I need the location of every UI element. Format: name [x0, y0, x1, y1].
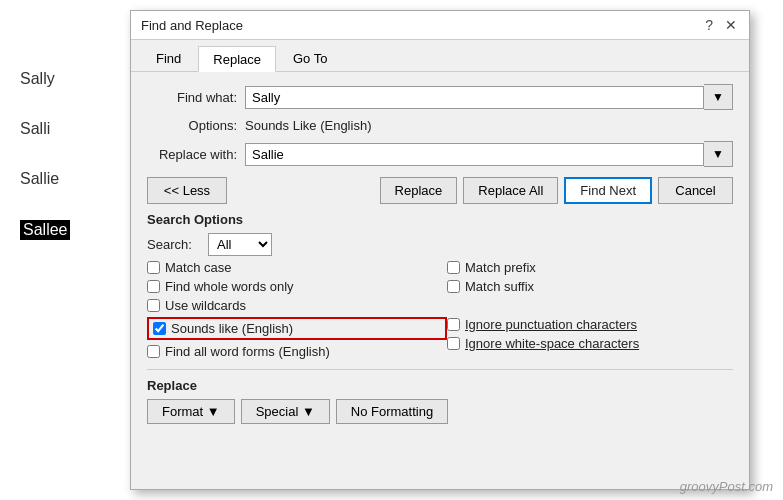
find-input-wrap: ▼ [245, 84, 733, 110]
search-options-label: Search Options [147, 212, 733, 227]
find-dropdown-button[interactable]: ▼ [704, 84, 733, 110]
doc-word-sallie: Sallie [20, 170, 59, 188]
dialog-titlebar: Find and Replace ? ✕ [131, 11, 749, 40]
replace-all-button[interactable]: Replace All [463, 177, 558, 204]
checkbox-match-case: Match case [147, 260, 447, 275]
checkbox-col-left: Match case Find whole words only Use wil… [147, 260, 447, 359]
wildcards-label: Use wildcards [165, 298, 246, 313]
checkbox-match-suffix: Match suffix [447, 279, 733, 294]
checkboxes-area: Match case Find whole words only Use wil… [147, 260, 733, 359]
match-prefix-checkbox[interactable] [447, 261, 460, 274]
search-select[interactable]: All Up Down [208, 233, 272, 256]
replace-dropdown-button[interactable]: ▼ [704, 141, 733, 167]
checkbox-whole-words: Find whole words only [147, 279, 447, 294]
sounds-like-label: Sounds like (English) [171, 321, 293, 336]
search-options-section: Search Options Search: All Up Down Match… [147, 212, 733, 359]
dialog-tabs: Find Replace Go To [131, 40, 749, 72]
search-select-row: Search: All Up Down [147, 233, 733, 256]
options-label: Options: [147, 118, 237, 133]
sounds-like-checkbox[interactable] [153, 322, 166, 335]
match-prefix-label: Match prefix [465, 260, 536, 275]
replace-with-row: Replace with: ▼ [147, 141, 733, 167]
replace-section-label: Replace [147, 378, 733, 393]
tab-goto[interactable]: Go To [278, 46, 342, 71]
close-button[interactable]: ✕ [723, 17, 739, 33]
doc-word-sallee: Sallee [20, 220, 70, 240]
cancel-button[interactable]: Cancel [658, 177, 733, 204]
doc-word-sally: Sally [20, 70, 55, 88]
checkbox-col-right: Match prefix Match suffix placeholder Ig… [447, 260, 733, 359]
no-formatting-button[interactable]: No Formatting [336, 399, 448, 424]
replace-input-wrap: ▼ [245, 141, 733, 167]
checkbox-ignore-punctuation: Ignore punctuation characters [447, 317, 733, 332]
find-replace-dialog: Find and Replace ? ✕ Find Replace Go To … [130, 10, 750, 490]
ignore-punctuation-label: Ignore punctuation characters [465, 317, 637, 332]
dialog-body: Find what: ▼ Options: Sounds Like (Engli… [131, 72, 749, 436]
replace-input[interactable] [245, 143, 704, 166]
find-what-label: Find what: [147, 90, 237, 105]
help-button[interactable]: ? [703, 17, 715, 33]
find-what-row: Find what: ▼ [147, 84, 733, 110]
match-case-label: Match case [165, 260, 231, 275]
replace-format-buttons: Format ▼ Special ▼ No Formatting [147, 399, 733, 424]
find-input[interactable] [245, 86, 704, 109]
ignore-punctuation-checkbox[interactable] [447, 318, 460, 331]
dialog-titlebar-controls: ? ✕ [703, 17, 739, 33]
tab-replace[interactable]: Replace [198, 46, 276, 72]
checkbox-match-prefix: Match prefix [447, 260, 733, 275]
ignore-whitespace-label: Ignore white-space characters [465, 336, 639, 351]
action-buttons-row: << Less Replace Replace All Find Next Ca… [147, 177, 733, 204]
whole-words-label: Find whole words only [165, 279, 294, 294]
dialog-title: Find and Replace [141, 18, 243, 33]
watermark: groovyPost.com [680, 479, 773, 494]
search-select-label: Search: [147, 237, 202, 252]
less-button[interactable]: << Less [147, 177, 227, 204]
word-forms-label: Find all word forms (English) [165, 344, 330, 359]
options-value: Sounds Like (English) [245, 118, 371, 133]
tab-find[interactable]: Find [141, 46, 196, 71]
checkbox-wildcards: Use wildcards [147, 298, 447, 313]
match-suffix-label: Match suffix [465, 279, 534, 294]
replace-with-label: Replace with: [147, 147, 237, 162]
match-suffix-checkbox[interactable] [447, 280, 460, 293]
wildcards-checkbox[interactable] [147, 299, 160, 312]
format-button[interactable]: Format ▼ [147, 399, 235, 424]
options-row: Options: Sounds Like (English) [147, 118, 733, 133]
checkbox-word-forms: Find all word forms (English) [147, 344, 447, 359]
doc-word-salli: Salli [20, 120, 50, 138]
replace-button[interactable]: Replace [380, 177, 458, 204]
word-forms-checkbox[interactable] [147, 345, 160, 358]
match-case-checkbox[interactable] [147, 261, 160, 274]
whole-words-checkbox[interactable] [147, 280, 160, 293]
checkbox-sounds-like: Sounds like (English) [147, 317, 447, 340]
replace-format-section: Replace Format ▼ Special ▼ No Formatting [147, 369, 733, 424]
ignore-whitespace-checkbox[interactable] [447, 337, 460, 350]
special-button[interactable]: Special ▼ [241, 399, 330, 424]
find-next-button[interactable]: Find Next [564, 177, 652, 204]
checkbox-ignore-whitespace: Ignore white-space characters [447, 336, 733, 351]
